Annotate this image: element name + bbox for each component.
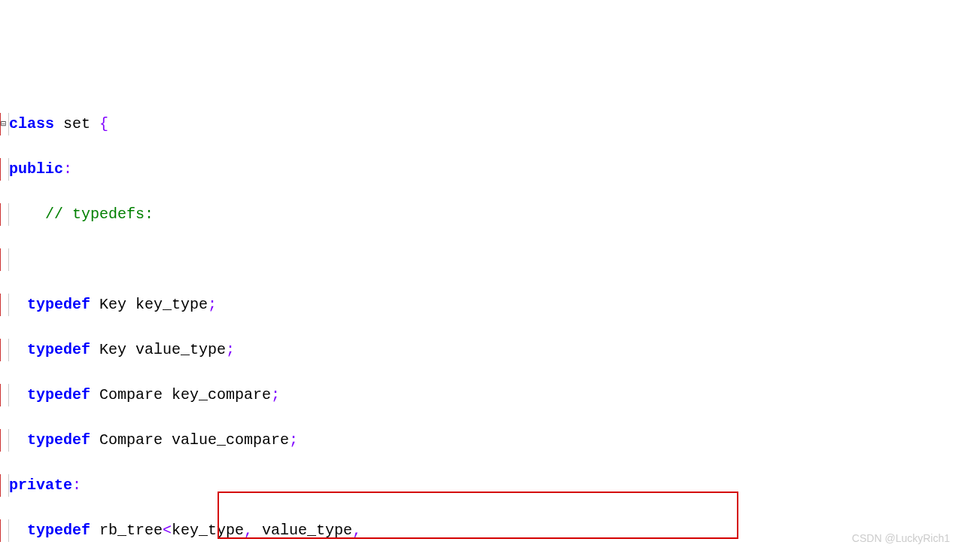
watermark: CSDN @LuckyRich1 <box>852 527 950 549</box>
gutter <box>0 474 9 497</box>
code-editor: ⊟class set { public: // typedefs: typede… <box>0 90 980 557</box>
keyword-typedef: typedef <box>27 431 90 449</box>
code-text: rb_tree <box>90 522 163 539</box>
code-text: Compare key_compare <box>90 386 271 403</box>
colon: : <box>72 476 81 494</box>
angle-open: < <box>163 522 172 539</box>
code-text: Compare value_compare <box>90 431 289 449</box>
code-line: private: <box>0 474 980 497</box>
gutter <box>0 339 9 361</box>
code-line: typedef Key value_type; <box>0 339 980 361</box>
keyword-class: class <box>9 115 54 132</box>
gutter <box>0 248 9 271</box>
code-text: Key key_type <box>90 296 208 313</box>
colon: : <box>63 160 72 178</box>
gutter <box>0 158 9 181</box>
code-line: ⊟class set { <box>0 113 980 135</box>
comment: // typedefs: <box>45 205 154 223</box>
gutter <box>0 429 9 452</box>
code-line: typedef Compare value_compare; <box>0 429 980 452</box>
code-line: // typedefs: <box>0 203 980 226</box>
keyword-typedef: typedef <box>27 386 90 403</box>
comma: , <box>352 522 361 539</box>
keyword-private: private <box>9 476 72 494</box>
code-text: value_type <box>253 522 352 539</box>
code-line: typedef Key key_type; <box>0 294 980 316</box>
comma: , <box>244 522 253 539</box>
gutter <box>0 519 9 542</box>
semicolon: ; <box>271 386 280 403</box>
code-line: public: <box>0 158 980 181</box>
code-text: Key value_type <box>90 341 226 358</box>
code-line: typedef Compare key_compare; <box>0 384 980 406</box>
keyword-typedef: typedef <box>27 341 90 358</box>
gutter <box>0 294 9 316</box>
semicolon: ; <box>226 341 235 358</box>
keyword-public: public <box>9 160 63 178</box>
keyword-typedef: typedef <box>27 296 90 313</box>
gutter: ⊟ <box>0 113 9 135</box>
code-text: key_type <box>172 522 244 539</box>
semicolon: ; <box>208 296 217 313</box>
gutter <box>0 203 9 226</box>
gutter <box>0 384 9 406</box>
code-line <box>0 248 980 271</box>
keyword-typedef: typedef <box>27 522 90 539</box>
identifier: set <box>54 115 99 132</box>
code-line: typedef rb_tree<key_type, value_type, <box>0 519 980 542</box>
brace: { <box>99 115 108 132</box>
semicolon: ; <box>289 431 298 449</box>
